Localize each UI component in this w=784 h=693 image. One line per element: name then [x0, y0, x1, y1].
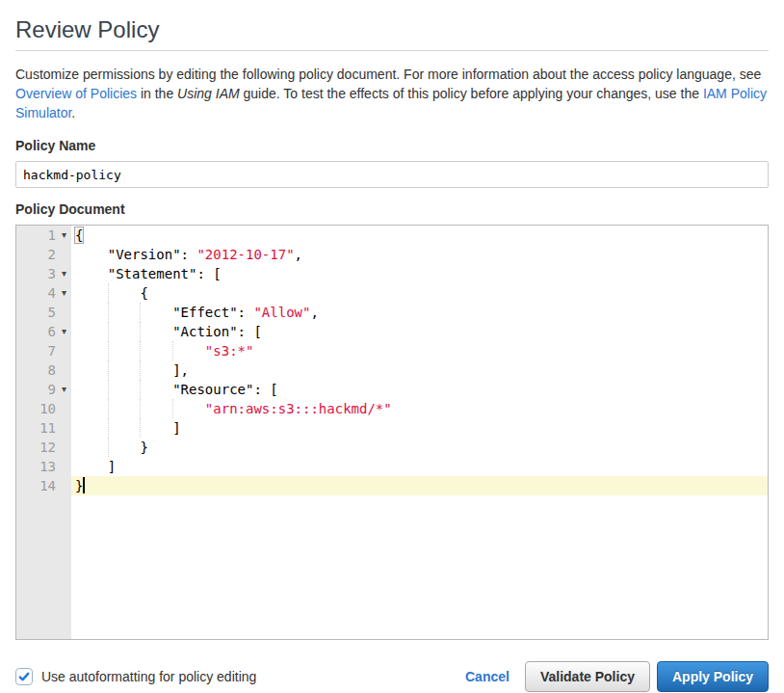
code-line[interactable]: "Statement": [ [71, 264, 768, 283]
editor-gutter: 1▾23▾4▾56▾789▾1011121314 [16, 226, 71, 639]
policy-document-editor[interactable]: 1▾23▾4▾56▾789▾1011121314 { "Version": "2… [15, 225, 769, 640]
code-line[interactable]: "Action": [ [71, 322, 768, 341]
indent-guide [108, 322, 109, 341]
indent-guide [108, 380, 109, 399]
autoformat-label: Use autoformatting for policy editing [41, 669, 256, 684]
line-number: 1 [48, 227, 56, 243]
line-number: 12 [39, 440, 56, 455]
fold-toggle-icon[interactable]: ▾ [58, 226, 70, 245]
line-number: 4 [48, 285, 56, 301]
code-line[interactable]: { [71, 283, 768, 303]
line-number: 14 [39, 478, 56, 493]
json-token: { [75, 285, 148, 301]
json-token: ] [75, 459, 116, 474]
line-number: 8 [48, 362, 56, 378]
cancel-link[interactable]: Cancel [465, 669, 510, 684]
policy-document-label: Policy Document [15, 201, 769, 217]
json-token: { [75, 227, 83, 243]
json-token: , [295, 247, 302, 262]
line-number: 13 [39, 459, 56, 474]
code-line[interactable]: "Version": "2012-10-17", [71, 245, 768, 264]
indent-guide [140, 380, 141, 399]
indent-guide [140, 322, 141, 341]
autoformat-checkbox[interactable] [15, 668, 33, 685]
intro-paragraph: Customize permissions by editing the fol… [15, 65, 769, 122]
json-token: } [75, 478, 83, 493]
line-number: 11 [39, 420, 56, 436]
indent-guide [140, 399, 141, 418]
policy-name-label: Policy Name [15, 138, 769, 153]
using-iam-text: Using IAM [177, 86, 240, 101]
gutter-line: 5 [16, 303, 71, 322]
intro-text-2: in the [137, 86, 177, 101]
indent-guide [172, 399, 173, 418]
editor-code[interactable]: { "Version": "2012-10-17", "Statement": … [71, 226, 768, 639]
gutter-line: 14 [16, 476, 71, 495]
intro-text-4: . [71, 105, 75, 120]
policy-name-input[interactable] [15, 161, 769, 188]
gutter-line: 7 [16, 341, 71, 360]
gutter-line: 12 [16, 438, 71, 457]
intro-text-1: Customize permissions by editing the fol… [15, 67, 761, 82]
indent-guide [108, 341, 109, 360]
code-line[interactable]: { [71, 226, 768, 245]
indent-guide [172, 341, 173, 360]
json-string-token: "arn:aws:s3:::hackmd/*" [205, 401, 392, 416]
code-line[interactable]: ] [71, 418, 768, 438]
indent-guide [140, 418, 141, 438]
line-number: 2 [48, 247, 56, 262]
fold-toggle-icon[interactable]: ▾ [58, 322, 70, 341]
code-line[interactable]: ], [71, 360, 768, 380]
json-token: , [310, 305, 318, 320]
autoformat-option[interactable]: Use autoformatting for policy editing [15, 668, 256, 685]
json-token: "Action": [ [75, 324, 262, 339]
json-token: "Resource": [ [75, 382, 278, 397]
fold-toggle-icon[interactable]: ▾ [58, 264, 70, 283]
page-title: Review Policy [15, 15, 769, 44]
json-token: ], [75, 362, 189, 378]
gutter-line: 13 [16, 457, 71, 476]
gutter-line: 8 [16, 360, 71, 380]
code-line[interactable]: ] [71, 457, 768, 476]
gutter-line: 3▾ [16, 264, 71, 283]
json-token: "Version": [75, 247, 196, 262]
gutter-line: 2 [16, 245, 71, 264]
code-line[interactable]: "s3:*" [71, 341, 768, 360]
line-number: 7 [48, 343, 56, 359]
fold-toggle-icon[interactable]: ▾ [58, 380, 70, 399]
indent-guide [108, 438, 109, 457]
code-line[interactable]: "arn:aws:s3:::hackmd/*" [71, 399, 768, 418]
validate-policy-button[interactable]: Validate Policy [525, 661, 650, 692]
json-string-token: "Allow" [253, 305, 310, 320]
indent-guide [108, 418, 109, 438]
indent-guide [108, 360, 109, 380]
json-token: "Effect": [75, 305, 253, 320]
line-number: 3 [48, 266, 56, 281]
code-line[interactable]: "Effect": "Allow", [71, 303, 768, 322]
code-line[interactable]: "Resource": [ [71, 380, 768, 399]
overview-of-policies-link[interactable]: Overview of Policies [15, 86, 137, 101]
indent-guide [140, 341, 141, 360]
json-token: ] [75, 420, 181, 436]
checkmark-icon [17, 670, 31, 683]
fold-toggle-icon[interactable]: ▾ [58, 283, 70, 303]
gutter-line: 10 [16, 399, 71, 418]
intro-text-3: guide. To test the effects of this polic… [240, 86, 703, 101]
gutter-line: 11 [16, 418, 71, 438]
indent-guide [140, 303, 141, 322]
line-number: 5 [48, 305, 56, 320]
gutter-line: 6▾ [16, 322, 71, 341]
gutter-line: 4▾ [16, 283, 71, 303]
indent-guide [108, 283, 109, 303]
apply-policy-button[interactable]: Apply Policy [657, 661, 769, 692]
action-buttons: Cancel Validate Policy Apply Policy [465, 661, 769, 692]
line-number: 10 [39, 401, 56, 416]
gutter-line: 9▾ [16, 380, 71, 399]
indent-guide [108, 399, 109, 418]
code-line[interactable]: } [71, 438, 768, 457]
json-token: "Statement": [ [75, 266, 222, 281]
indent-guide [108, 303, 109, 322]
active-code-line[interactable]: } [71, 476, 768, 495]
json-token: } [75, 440, 148, 455]
footer-action-bar: Use autoformatting for policy editing Ca… [15, 661, 769, 692]
